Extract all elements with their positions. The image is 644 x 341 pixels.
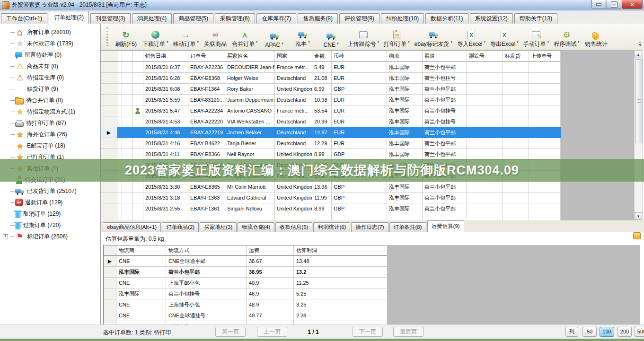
first-page-button[interactable]: 第一页 [215, 327, 246, 337]
dropdown-arrow-icon[interactable]: ▾ [408, 40, 410, 44]
tab-operation-log[interactable]: 操作日志(7) [351, 222, 388, 232]
download-orders-button[interactable]: 下载订单▾ [140, 25, 171, 49]
order-row[interactable]: 2015/8/31 6:08EBAY-F1364Rory BakerUnited… [101, 84, 561, 95]
dropdown-arrow-icon[interactable]: ▾ [197, 40, 199, 44]
sidebar-item-pending-messages[interactable]: 留言待处理 (0) [0, 49, 100, 61]
page-size-100[interactable]: 100 [600, 327, 614, 337]
dropdown-arrow-icon[interactable]: ▾ [167, 40, 168, 44]
move-orders-button[interactable]: 移动订单▾ [171, 25, 202, 49]
tab-4[interactable]: 消息处理(4) [132, 13, 172, 24]
tab-7[interactable]: 仓库库存(7) [256, 13, 297, 24]
freight-row[interactable]: CNE上海挂号小包48.93.25 [104, 299, 388, 310]
dropdown-arrow-icon[interactable]: ▾ [337, 42, 339, 45]
sidebar-item-epacket-orders[interactable]: E邮宝订单 (18) [0, 140, 100, 151]
tab-13[interactable]: 帮助关于(13) [514, 13, 557, 24]
dropdown-arrow-icon[interactable]: ▾ [517, 40, 519, 44]
sidebar-item-assign-logistics-orders[interactable]: 待指定物流方式 (1) [0, 106, 100, 117]
page-size-200[interactable]: 200 [618, 327, 632, 337]
scroll-up-icon[interactable]: ▲ [635, 51, 642, 58]
dropdown-arrow-icon[interactable]: ▾ [484, 40, 485, 44]
export-excel-button[interactable]: 导出Excel▾ [488, 25, 521, 49]
columns-button[interactable]: 列 [565, 327, 578, 337]
tab-order-notes[interactable]: 订单备注(8) [389, 222, 426, 232]
tab-buyer-address[interactable]: 买家地址(3) [200, 222, 237, 232]
dropdown-arrow-icon[interactable]: ▾ [308, 40, 310, 44]
column-header[interactable] [133, 51, 143, 62]
manual-order-button[interactable]: 手动订单▾ [521, 25, 552, 49]
tab-ebay-product-info[interactable]: ebay商品信息(Alt+1) [103, 222, 161, 232]
sidebar-item-unknown-product[interactable]: 商品未知 (0) [0, 61, 100, 72]
vertical-scrollbar[interactable]: ▲ ▼ [634, 50, 643, 220]
dropdown-arrow-icon[interactable]: ▾ [378, 40, 379, 44]
order-row[interactable]: 2015/8/31 2:55EBAY-F1361Singani NdlovuUn… [101, 203, 561, 214]
column-header[interactable] [122, 51, 127, 62]
tab-11[interactable]: 数据分析(11) [425, 13, 468, 24]
tab-6[interactable]: 采购管理(6) [215, 13, 255, 24]
tab-profit-stats[interactable]: 利润统计(6) [313, 222, 350, 232]
column-header[interactable]: 销售日期 [143, 51, 188, 62]
tab-1[interactable]: 工作台(Ctrl+1) [1, 13, 47, 24]
sidebar-item-assign-warehouse[interactable]: 待指定仓库 (0) [0, 72, 100, 83]
tab-8[interactable]: 售后服务(8) [298, 13, 338, 24]
ebay-mark-shipped-button[interactable]: ebay标记发货▾ [412, 25, 455, 49]
column-header[interactable] [117, 51, 122, 62]
tab-order-items[interactable]: 订单商品(2) [162, 222, 199, 232]
order-row[interactable]: 2015/8/31 4:16EBAY-B4622Tanja BienerDeut… [101, 138, 561, 149]
page-size-500[interactable]: 500 [635, 327, 644, 337]
sidebar-item-to-print-orders[interactable]: 待打印订单 (87) [0, 117, 100, 129]
scroll-down-icon[interactable]: ▼ [635, 212, 642, 220]
sidebar-item-out-of-stock-orders[interactable]: 缺货订单 (9) [0, 83, 100, 95]
next-page-button[interactable]: 下一页 [353, 327, 383, 337]
dropdown-arrow-icon[interactable]: ▾ [451, 40, 453, 44]
column-header[interactable]: 跟踪号 [467, 51, 503, 62]
tab-12[interactable]: 系统设置(12) [470, 13, 513, 24]
order-row[interactable]: 2015/8/31 3:30EBAY-E8365Mr Colin Marriot… [101, 182, 561, 192]
freight-row[interactable]: CNECNE全球通挂号49.772.38 [104, 310, 388, 321]
expand-icon[interactable]: + [3, 234, 8, 239]
freight-row[interactable]: 泓丰国际荷兰小包挂号46.95.25 [104, 289, 388, 299]
order-row[interactable]: 2015/8/31 4:53EBAY-A22220VIA Werkstätten… [101, 116, 561, 127]
sidebar-item-shipped-orders[interactable]: 已发货订单 (25107) [0, 185, 100, 197]
sidebar-item-merge-pending-orders[interactable]: 待合并订单 (0) [0, 95, 100, 106]
dropdown-arrow-icon[interactable]: ▾ [256, 40, 258, 44]
tab-freight-estimate[interactable]: 运费估算(9) [427, 220, 464, 232]
freight-row[interactable]: ▶CNECNE全球通平邮38.6713.48 [104, 256, 388, 267]
tab-5[interactable]: 商品管理(5) [173, 13, 213, 24]
sidebar-item-cancelled-orders[interactable]: 取消订单 (129) [0, 208, 100, 219]
hongfeng-button[interactable]: 泓丰▾ [289, 25, 317, 49]
sidebar-item-refund-orders[interactable]: 退款订单 (129) [0, 197, 100, 208]
dropdown-arrow-icon[interactable]: ▾ [282, 42, 283, 45]
order-row[interactable]: 2015/8/31 3:18EBAY-F1363Edward GatheralU… [101, 192, 561, 203]
sidebar-item-unpaid-orders[interactable]: 未付款订单 (1739) [0, 38, 100, 49]
toolbar-overflow-icon[interactable]: ▾ [639, 43, 641, 47]
column-header[interactable]: 物流方式 [166, 245, 247, 256]
freight-row[interactable]: 全球快递 [104, 321, 388, 324]
column-header[interactable]: 物流商 [116, 245, 166, 256]
close-icon[interactable]: × [622, 0, 643, 9]
sales-stats-button[interactable]: 销售统计 [582, 25, 610, 49]
merge-orders-button[interactable]: 合并订单▾ [229, 25, 260, 49]
column-header[interactable]: 买家姓名 [225, 51, 275, 62]
upload-tracking-button[interactable]: 上传跟踪号▾ [345, 25, 382, 49]
column-header[interactable] [104, 245, 116, 256]
import-excel-button[interactable]: 导入Excel▾ [455, 25, 488, 49]
tab-2[interactable]: 订单处理(2) [49, 11, 89, 24]
column-header[interactable]: 金额 [312, 51, 332, 62]
prev-page-button[interactable]: 上一页 [257, 327, 287, 337]
freight-row[interactable]: 泓丰国际荷兰小包平邮38.9513.2 [104, 267, 388, 278]
link-products-button[interactable]: 关联商品 [201, 25, 229, 49]
print-orders-button[interactable]: 打印订单▾ [381, 25, 412, 49]
column-header[interactable]: 上传单号 [529, 51, 561, 62]
column-header[interactable]: 估算利润 [294, 245, 388, 256]
report-icon[interactable] [633, 232, 641, 239]
column-header[interactable] [101, 51, 117, 62]
freight-row[interactable]: CNE上海平邮小包40.911.25 [104, 278, 388, 289]
refresh-button[interactable]: 刷新(F5) [112, 25, 140, 49]
sidebar-item-flagged-orders[interactable]: +标记订单 (2506) [0, 231, 100, 242]
tab-3[interactable]: 刊登管理(3) [90, 13, 131, 24]
column-header[interactable]: 渠道 [423, 51, 467, 62]
order-row[interactable] [101, 214, 561, 220]
column-header[interactable]: 国家 [275, 51, 312, 62]
column-header[interactable]: 币种 [332, 51, 387, 62]
scrollbar-thumb[interactable] [635, 59, 643, 143]
